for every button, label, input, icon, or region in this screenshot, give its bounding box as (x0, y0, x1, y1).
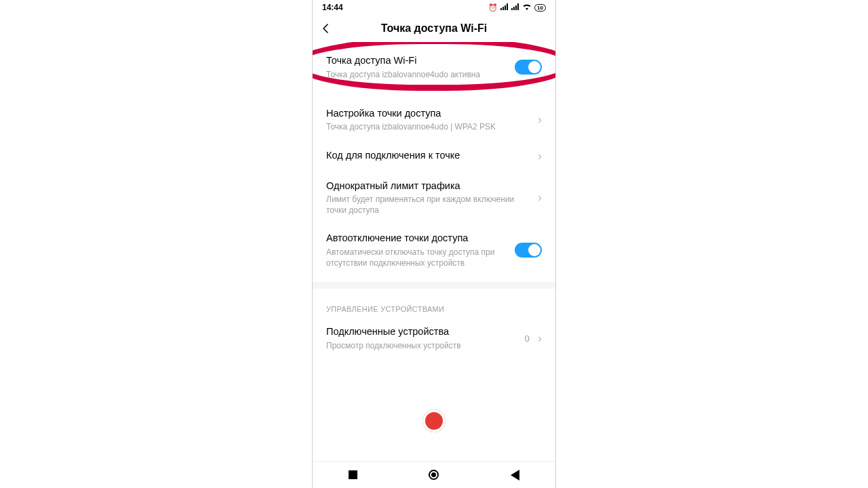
triangle-icon (511, 470, 519, 481)
nav-recent-button[interactable] (333, 470, 374, 479)
nav-home-button[interactable] (414, 470, 454, 480)
chevron-right-icon: › (538, 190, 542, 205)
nav-bar (313, 461, 555, 488)
alarm-icon: ⏰ (488, 3, 498, 12)
row-hotspot-toggle[interactable]: Точка доступа Wi-Fi Точка доступа izbalo… (313, 46, 555, 88)
devices-label: Подключенные устройства (326, 325, 518, 339)
chevron-right-icon: › (538, 149, 542, 163)
status-time: 14:44 (322, 3, 343, 12)
settings-list: Точка доступа Wi-Fi Точка доступа izbalo… (313, 42, 555, 461)
chevron-right-icon: › (538, 113, 542, 127)
devices-count: 0 (525, 333, 530, 344)
row-connected-devices[interactable]: Подключенные устройства Просмотр подключ… (313, 317, 555, 359)
row-auto-off[interactable]: Автоотключение точки доступа Автоматичес… (313, 224, 555, 277)
battery-icon: 10 (534, 4, 546, 12)
hotspot-toggle[interactable] (515, 60, 542, 75)
section-divider (313, 282, 555, 289)
row-traffic-limit[interactable]: Однократный лимит трафика Лимит будет пр… (313, 171, 555, 224)
autooff-sub: Автоматически отключать точку доступа пр… (326, 247, 508, 268)
limit-sub: Лимит будет применяться при каждом включ… (326, 194, 531, 216)
signal2-icon (511, 3, 519, 12)
devices-sub: Просмотр подключенных устройств (326, 340, 518, 351)
hotspot-sub: Точка доступа izbalovannoe4udo активна (326, 69, 508, 80)
circle-icon (429, 470, 439, 480)
square-icon (349, 470, 357, 479)
signal-icon (500, 3, 509, 12)
autooff-label: Автоотключение точки доступа (326, 232, 508, 245)
title-bar: Точка доступа Wi-Fi (313, 15, 555, 42)
phone-frame: 14:44 ⏰ 10 Точка доступа Wi-Fi Точка дос… (312, 0, 556, 488)
row-hotspot-setup[interactable]: Настройка точки доступа Точка доступа iz… (313, 99, 555, 141)
status-bar: 14:44 ⏰ 10 (313, 0, 555, 15)
setup-sub: Точка доступа izbalovannoe4udo | WPA2 PS… (326, 121, 531, 132)
autooff-toggle[interactable] (515, 243, 542, 258)
back-button[interactable] (313, 15, 340, 42)
row-qr-code[interactable]: Код для подключения к точке › (313, 141, 555, 171)
record-indicator-icon (422, 409, 446, 432)
wifi-icon (522, 3, 532, 12)
setup-label: Настройка точки доступа (326, 107, 531, 121)
limit-label: Однократный лимит трафика (326, 180, 531, 193)
status-icons: ⏰ 10 (488, 3, 546, 12)
qr-label: Код для подключения к точке (326, 149, 531, 163)
nav-back-button[interactable] (494, 470, 535, 481)
chevron-left-icon (321, 24, 331, 33)
section-devices-label: УПРАВЛЕНИЕ УСТРОЙСТВАМИ (313, 289, 555, 317)
page-title: Точка доступа Wi-Fi (313, 22, 555, 35)
hotspot-label: Точка доступа Wi-Fi (326, 54, 508, 68)
chevron-right-icon: › (538, 331, 542, 346)
